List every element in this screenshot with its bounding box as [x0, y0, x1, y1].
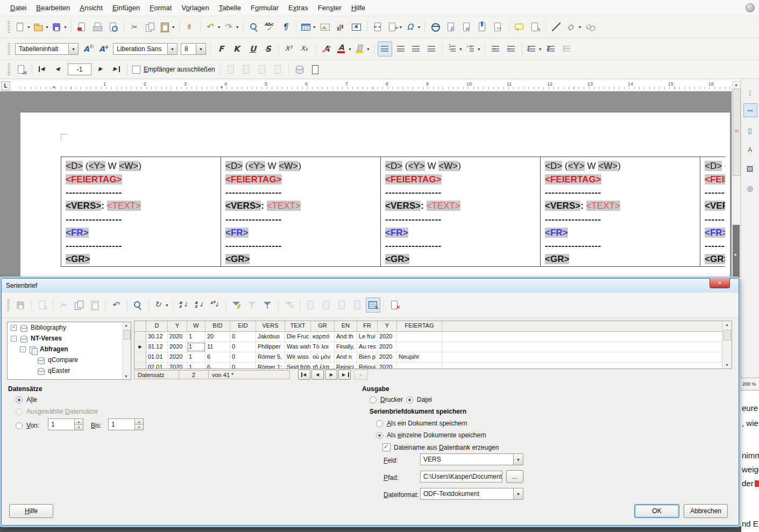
grid-cell[interactable]: Wir wiss — [285, 352, 311, 362]
grid-cell[interactable]: 2020 — [168, 352, 187, 362]
clear-formatting-button[interactable] — [320, 41, 334, 56]
merge-template-cell[interactable]: <D> (<Y> W <W>)<FEIERTAG>---------------… — [380, 157, 540, 267]
feld-combobox[interactable]: VERS ▼ — [420, 453, 523, 465]
insert-field-button[interactable]: ▼ — [386, 19, 403, 34]
menu-hilfe[interactable]: Hilfe — [346, 2, 370, 14]
grid-row[interactable]: ▶31.1220201110PhilipperWas wahΤὸ λοιFina… — [134, 342, 732, 352]
paragraph-style-combobox[interactable]: Tabelleninhalt▼ — [15, 43, 79, 55]
find-replace-button[interactable] — [247, 19, 261, 34]
autofilter-button[interactable] — [229, 297, 244, 313]
ordered-list-button[interactable]: ▼ — [464, 41, 481, 56]
bis-value[interactable]: 1 — [109, 419, 134, 430]
grid-cell[interactable]: Die Fruc — [285, 332, 311, 342]
dropdown-icon[interactable]: ▼ — [68, 44, 78, 54]
row-header[interactable] — [134, 332, 146, 342]
sidebar-hide-handle[interactable] — [733, 225, 740, 285]
grid-cell[interactable]: Jakobus — [256, 332, 285, 342]
strikethrough-button[interactable] — [261, 41, 275, 56]
column-header-en[interactable]: EN — [335, 321, 357, 331]
bold-button[interactable] — [214, 41, 229, 56]
row-header[interactable] — [134, 363, 146, 369]
redo-button[interactable]: ▼ — [223, 19, 240, 34]
tree-item-ntverses[interactable]: -NT-Verses — [8, 333, 131, 344]
styles-icon[interactable]: A — [743, 143, 756, 156]
mail-merge-button[interactable] — [335, 297, 349, 313]
justified-button[interactable] — [424, 41, 439, 56]
zoom-level-indicator[interactable]: 200 % — [741, 378, 759, 391]
endnote-button[interactable] — [459, 19, 474, 34]
bis-spinner[interactable]: 1 ▲▼ — [108, 418, 144, 430]
formatting-marks-button[interactable] — [278, 19, 293, 34]
refresh-button[interactable]: ▼ — [152, 297, 169, 313]
reset-filter-button[interactable] — [282, 297, 296, 313]
highlighting-color-button[interactable]: ▼ — [353, 41, 371, 56]
column-header-d[interactable]: D — [146, 321, 168, 331]
grid-row[interactable]: 30.1220201200JakobusDie FrucκαρπόAnd thL… — [134, 332, 732, 342]
new-style-button[interactable] — [96, 41, 111, 56]
row-header[interactable] — [134, 352, 146, 362]
menu-datei[interactable]: Datei — [5, 2, 31, 14]
decrease-paragraph-spacing-button[interactable] — [559, 41, 574, 56]
last-record-button[interactable] — [338, 370, 351, 380]
insert-line-button[interactable] — [549, 19, 564, 34]
undo-data-entry-button[interactable] — [109, 297, 124, 313]
grid-cell[interactable]: 2020 — [378, 332, 397, 342]
column-header-y[interactable]: Y — [378, 321, 397, 331]
edit-individual-documents-button[interactable] — [224, 62, 238, 77]
superscript-button[interactable] — [282, 41, 297, 56]
subscript-button[interactable] — [298, 41, 313, 56]
grid-cell[interactable]: καρπό — [311, 332, 335, 342]
column-header-gr[interactable]: GR — [311, 321, 335, 331]
von-spinner[interactable]: 1 ▲▼ — [48, 418, 83, 430]
grid-cell[interactable] — [397, 363, 442, 369]
properties-icon[interactable]: ⇿ — [743, 103, 757, 117]
data-to-text-button[interactable] — [303, 297, 318, 313]
grid-cell[interactable]: And n — [335, 352, 357, 362]
find-record-button[interactable] — [131, 297, 145, 313]
copy-button[interactable] — [143, 19, 158, 34]
tree-item-abfragen[interactable]: -Abfragen — [8, 344, 131, 354]
merge-template-cell[interactable]: <D> (<Y> W <W>)<FEIERTAG>---------------… — [221, 157, 380, 267]
menu-formular[interactable]: Formular — [246, 2, 283, 14]
scrollbar-thumb[interactable] — [733, 89, 741, 176]
scroll-down-icon[interactable]: ▼ — [123, 374, 129, 378]
increase-paragraph-spacing-button[interactable] — [544, 41, 558, 56]
data-source-button[interactable] — [292, 62, 307, 77]
column-header-y[interactable]: Y — [168, 321, 187, 331]
next-record-button[interactable] — [325, 370, 337, 380]
tree-scrollbar-thumb[interactable] — [124, 330, 131, 339]
print-merged-documents-button[interactable] — [255, 62, 269, 77]
grid-cell[interactable]: Neujahr — [397, 352, 442, 362]
toolbar-grip[interactable] — [8, 21, 10, 33]
menu-extras[interactable]: Extras — [283, 2, 313, 14]
edit-data-button[interactable] — [35, 297, 49, 313]
new-document-button[interactable]: ▼ — [14, 19, 31, 34]
dropdown-icon[interactable]: ▼ — [27, 25, 31, 29]
grid-cell[interactable]: 6 — [205, 363, 230, 369]
sort-descending-button[interactable] — [208, 297, 222, 313]
scroll-up-icon[interactable]: ▲ — [733, 83, 739, 87]
grid-cell[interactable]: Au res — [357, 342, 378, 352]
merge-template-cell[interactable]: <D> (<Y> W <W>)<FEIERTAG>---------------… — [61, 157, 221, 267]
grid-cell[interactable]: 1 — [187, 352, 205, 362]
radio-alle[interactable]: Alle — [16, 396, 37, 403]
send-email-messages-button[interactable] — [271, 62, 285, 77]
copy-button[interactable] — [72, 297, 87, 313]
dialog-close-button[interactable]: ✕ — [710, 278, 730, 288]
save-button[interactable]: ▼ — [51, 19, 68, 34]
spinner-buttons[interactable]: ▲▼ — [134, 419, 143, 430]
insert-textbox-button[interactable] — [349, 19, 364, 34]
indent-marker[interactable]: ▼ — [52, 85, 56, 90]
toolbar-grip[interactable] — [7, 299, 10, 311]
first-mailmerge-entry-button[interactable] — [36, 62, 50, 77]
grid-cell[interactable]: 1 — [187, 342, 205, 352]
align-center-button[interactable] — [393, 41, 408, 56]
page-break-button[interactable] — [371, 19, 385, 34]
dialog-title-bar[interactable]: Serienbrief — [2, 279, 739, 293]
print-preview-button[interactable] — [106, 19, 120, 34]
decrease-indent-button[interactable] — [504, 41, 519, 56]
update-status-icon[interactable] — [746, 3, 755, 12]
dropdown-icon[interactable]: ▼ — [313, 25, 316, 29]
radio-datei[interactable]: Datei — [406, 396, 432, 403]
dropdown-icon[interactable]: ▼ — [513, 454, 523, 465]
